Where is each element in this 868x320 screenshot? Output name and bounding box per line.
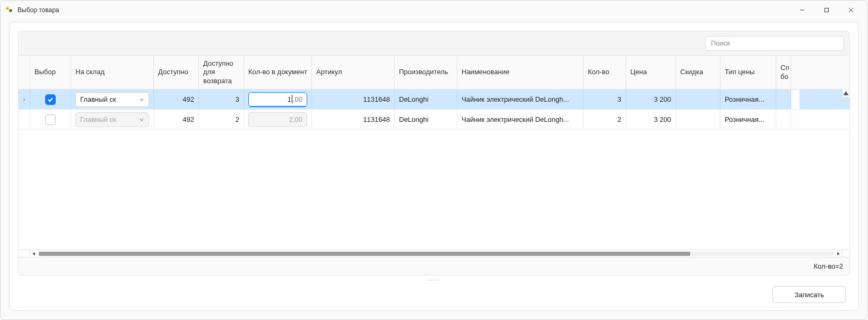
table-footer: Кол-во=2 xyxy=(19,257,849,275)
cell-vscroll-gutter xyxy=(791,110,800,129)
cell-avail-return: 3 xyxy=(199,90,244,109)
col-name[interactable]: Наименование xyxy=(457,56,584,89)
cell-price-type: Розничная... xyxy=(721,90,776,109)
table-body: Главный ск 492 3 1,00 1131648 DeLonghi Ч… xyxy=(19,90,849,250)
cell-price: 3 200 xyxy=(626,110,676,129)
row-checkbox[interactable] xyxy=(45,94,56,105)
cell-name: Чайник электрический DeLongh... xyxy=(457,90,584,109)
svg-point-0 xyxy=(6,7,9,10)
button-bar: Записать xyxy=(10,284,858,310)
cell-select xyxy=(30,110,71,129)
hscroll-bar xyxy=(19,250,849,257)
col-spare[interactable]: Сп бо xyxy=(776,56,791,89)
table-toolbar xyxy=(19,31,849,56)
cell-manufacturer: DeLonghi xyxy=(395,110,457,129)
hscroll-right-button[interactable] xyxy=(835,250,842,257)
col-discount[interactable]: Скидка xyxy=(676,56,721,89)
cell-avail-return: 2 xyxy=(199,110,244,129)
col-manufacturer[interactable]: Производитель xyxy=(395,56,457,89)
expand-toggle[interactable] xyxy=(19,90,30,109)
cell-price: 3 200 xyxy=(626,90,676,109)
warehouse-select-value: Главный ск xyxy=(80,95,136,103)
titlebar: Выбор товара xyxy=(1,1,867,20)
cell-manufacturer: DeLonghi xyxy=(395,90,457,109)
hscroll-thumb[interactable] xyxy=(39,252,690,256)
submit-button[interactable]: Записать xyxy=(772,286,846,303)
cell-warehouse: Главный ск xyxy=(71,110,154,129)
cell-discount xyxy=(676,110,721,129)
hscroll-corner xyxy=(19,250,30,257)
cell-vscroll-gutter xyxy=(791,90,800,109)
svg-rect-3 xyxy=(825,8,829,12)
cell-spare xyxy=(776,90,791,109)
cell-select xyxy=(30,90,71,109)
col-available[interactable]: Доступно xyxy=(154,56,199,89)
col-select[interactable]: Выбор xyxy=(30,56,71,89)
table-row[interactable]: Главный ск 492 3 1,00 1131648 DeLonghi Ч… xyxy=(19,90,849,110)
cell-qty: 3 xyxy=(584,90,626,109)
svg-marker-7 xyxy=(32,252,35,255)
svg-point-1 xyxy=(9,9,12,12)
qty-doc-value: 2,00 xyxy=(289,115,302,123)
qty-doc-input[interactable]: 2,00 xyxy=(248,112,307,127)
cell-qty-doc: 1,00 xyxy=(244,90,312,109)
cell-qty: 2 xyxy=(584,110,626,129)
search-input[interactable] xyxy=(705,36,844,51)
cell-available: 492 xyxy=(154,90,199,109)
product-select-window: Выбор товара Выбор На склад Доступно xyxy=(0,0,868,320)
qty-doc-input[interactable]: 1,00 xyxy=(248,92,307,107)
hscroll-track[interactable] xyxy=(39,252,834,256)
expand-toggle[interactable] xyxy=(19,110,30,129)
cell-qty-doc: 2,00 xyxy=(244,110,312,129)
row-checkbox[interactable] xyxy=(45,114,56,125)
cell-name: Чайник электрический DeLongh... xyxy=(457,110,584,129)
body-frame: Выбор На склад Доступно Доступно для воз… xyxy=(9,22,859,311)
warehouse-select[interactable]: Главный ск xyxy=(75,92,149,107)
window-minimize-button[interactable] xyxy=(790,2,814,18)
col-expand xyxy=(19,56,30,89)
col-warehouse[interactable]: На склад xyxy=(71,56,154,89)
svg-marker-8 xyxy=(837,252,840,255)
summary-text: Кол-во=2 xyxy=(814,262,843,270)
col-article[interactable]: Артикул xyxy=(312,56,395,89)
app-icon xyxy=(5,6,13,14)
cell-spare xyxy=(776,110,791,129)
window-title: Выбор товара xyxy=(18,6,59,14)
col-avail-return[interactable]: Доступно для возврата xyxy=(199,56,244,89)
cell-available: 492 xyxy=(154,110,199,129)
submit-button-label: Записать xyxy=(794,291,824,299)
cell-discount xyxy=(676,90,721,109)
window-close-button[interactable] xyxy=(839,2,863,18)
qty-doc-suffix: ,00 xyxy=(293,95,302,103)
col-qty-doc[interactable]: Кол-во в документ xyxy=(244,56,312,89)
col-qty[interactable]: Кол-во xyxy=(584,56,626,89)
cell-price-type: Розничная... xyxy=(721,110,776,129)
warehouse-select-value: Главный ск xyxy=(80,115,136,123)
text-cursor-icon xyxy=(292,95,292,103)
window-maximize-button[interactable] xyxy=(814,2,839,18)
table-header: Выбор На склад Доступно Доступно для воз… xyxy=(19,56,849,90)
svg-marker-6 xyxy=(844,91,849,95)
col-vscroll-gutter xyxy=(791,56,800,89)
splitter-handle[interactable]: ····· xyxy=(10,275,858,284)
cell-warehouse: Главный ск xyxy=(71,90,154,109)
cell-article: 1131648 xyxy=(312,90,395,109)
chevron-down-icon xyxy=(139,97,144,102)
warehouse-select[interactable]: Главный ск xyxy=(75,112,149,127)
table-panel: Выбор На склад Доступно Доступно для воз… xyxy=(18,31,850,275)
hscroll-corner-right xyxy=(842,250,849,257)
col-price-type[interactable]: Тип цены xyxy=(721,56,776,89)
chevron-down-icon xyxy=(139,117,144,122)
qty-doc-typed: 1 xyxy=(288,95,291,103)
col-price[interactable]: Цена xyxy=(626,56,676,89)
table-row[interactable]: Главный ск 492 2 2,00 1131648 DeLonghi Ч… xyxy=(19,110,849,130)
hscroll-left-button[interactable] xyxy=(30,250,38,257)
vscroll-up-button[interactable] xyxy=(842,90,849,97)
cell-article: 1131648 xyxy=(312,110,395,129)
